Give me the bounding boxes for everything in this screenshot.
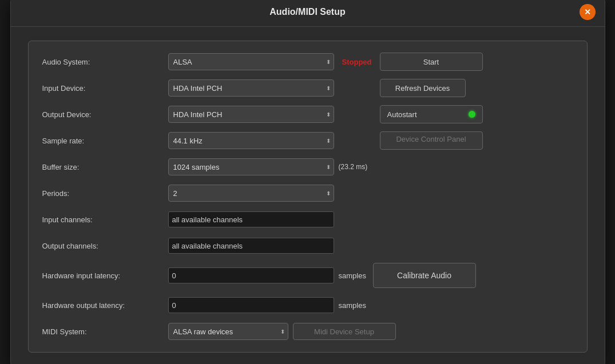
periods-select-wrapper: 2 ⬍ [168, 185, 334, 202]
output-channels-label: Output channels: [42, 242, 168, 250]
midi-system-select[interactable]: ALSA raw devices [168, 323, 288, 340]
input-channels-input[interactable] [168, 211, 334, 227]
periods-select[interactable]: 2 [168, 185, 334, 202]
hw-output-latency-label: Hardware output latency: [42, 301, 168, 310]
device-control-panel-button: Device Control Panel [380, 131, 483, 150]
input-channels-row: Input channels: [42, 210, 573, 229]
input-device-select[interactable]: HDA Intel PCH [168, 79, 334, 97]
autostart-status-dot [469, 111, 475, 118]
buffer-size-select[interactable]: 1024 samples [168, 158, 334, 175]
audio-system-row: Audio System: ALSA ⬍ Stopped Start [42, 53, 573, 71]
sample-rate-label: Sample rate: [42, 137, 168, 145]
output-channels-input[interactable] [168, 238, 334, 254]
dialog-content: Audio System: ALSA ⬍ Stopped Start Input… [11, 27, 605, 364]
autostart-button[interactable]: Autostart [380, 105, 483, 123]
settings-panel: Audio System: ALSA ⬍ Stopped Start Input… [28, 41, 588, 353]
hw-input-latency-label: Hardware input latency: [42, 271, 168, 280]
buffer-ms-label: (23.2 ms) [339, 163, 384, 171]
hw-output-latency-input[interactable] [168, 297, 334, 313]
midi-system-label: MIDI System: [42, 327, 168, 336]
refresh-devices-button[interactable]: Refresh Devices [380, 79, 466, 97]
input-device-label: Input Device: [42, 84, 168, 93]
audio-midi-setup-dialog: Audio/MIDI Setup ✕ Audio System: ALSA ⬍ … [10, 0, 605, 364]
output-channels-row: Output channels: [42, 237, 573, 255]
input-device-select-wrapper: HDA Intel PCH ⬍ [168, 79, 334, 97]
output-device-row: Output Device: HDA Intel PCH ⬍ Autostart [42, 105, 573, 123]
periods-row: Periods: 2 ⬍ [42, 184, 573, 202]
output-device-label: Output Device: [42, 110, 168, 119]
buffer-size-row: Buffer size: 1024 samples ⬍ (23.2 ms) [42, 158, 573, 176]
audio-system-label: Audio System: [42, 58, 168, 66]
start-button[interactable]: Start [380, 53, 483, 71]
dialog-title: Audio/MIDI Setup [269, 7, 345, 17]
output-device-select-wrapper: HDA Intel PCH ⬍ [168, 106, 334, 123]
sample-rate-row: Sample rate: 44.1 kHz ⬍ Device Control P… [42, 131, 573, 150]
buffer-size-label: Buffer size: [42, 163, 168, 171]
calibrate-audio-button[interactable]: Calibrate Audio [373, 263, 476, 288]
periods-label: Periods: [42, 189, 168, 198]
sample-rate-select-wrapper: 44.1 kHz ⬍ [168, 132, 334, 149]
status-badge: Stopped [334, 58, 380, 66]
hw-input-latency-input[interactable] [168, 267, 334, 283]
midi-device-setup-button: Midi Device Setup [293, 323, 396, 340]
input-channels-label: Input channels: [42, 215, 168, 224]
output-device-select[interactable]: HDA Intel PCH [168, 106, 334, 123]
sample-rate-select[interactable]: 44.1 kHz [168, 132, 334, 149]
audio-system-select-wrapper: ALSA ⬍ [168, 53, 334, 70]
audio-system-select[interactable]: ALSA [168, 53, 334, 70]
hw-output-samples-label: samples [339, 301, 373, 310]
midi-system-row: MIDI System: ALSA raw devices ⬍ Midi Dev… [42, 322, 573, 341]
input-device-row: Input Device: HDA Intel PCH ⬍ Refresh De… [42, 79, 573, 97]
title-bar: Audio/MIDI Setup ✕ [11, 0, 605, 27]
hw-input-latency-row: Hardware input latency: samples Calibrat… [42, 263, 573, 288]
midi-select-wrapper: ALSA raw devices ⬍ [168, 323, 288, 340]
autostart-label: Autostart [387, 110, 417, 119]
buffer-size-select-wrapper: 1024 samples ⬍ [168, 158, 334, 175]
hw-input-samples-label: samples [339, 271, 373, 280]
hw-output-latency-row: Hardware output latency: samples [42, 296, 573, 314]
close-button[interactable]: ✕ [580, 4, 596, 20]
